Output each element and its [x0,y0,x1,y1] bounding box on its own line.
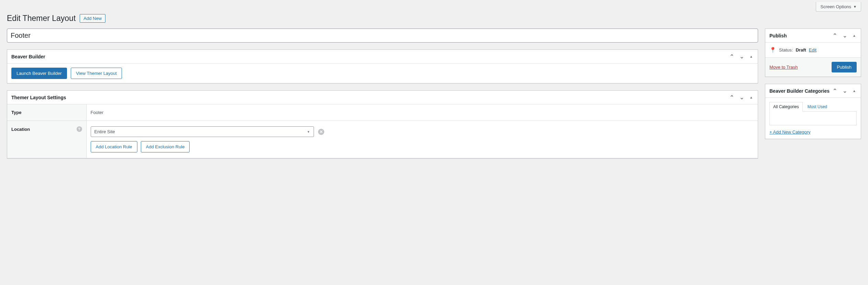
type-label: Type [7,104,86,121]
beaver-builder-categories-box: Beaver Builder Categories ⌃ ⌄ ▲ All Cate… [765,84,861,139]
add-location-rule-button[interactable]: Add Location Rule [91,141,137,152]
postbox-header: Themer Layout Settings ⌃ ⌄ ▲ [7,91,758,104]
location-select-value: Entire Site [94,129,115,134]
toggle-button[interactable]: ▲ [749,95,754,100]
edit-status-link[interactable]: Edit [809,47,816,53]
chevron-down-icon: ⌄ [740,94,744,101]
table-row: Location ? Entire Site ✕ [7,121,758,158]
postbox-header: Beaver Builder Categories ⌃ ⌄ ▲ [765,84,861,98]
move-down-button[interactable]: ⌄ [842,32,848,39]
chevron-up-icon: ⌃ [833,88,837,94]
chevron-down-icon: ▼ [853,5,857,9]
chevron-up-icon: ⌃ [833,32,837,39]
postbox-title: Themer Layout Settings [11,95,66,100]
status-label: Status: [779,47,793,53]
postbox-title: Publish [769,33,787,38]
status-value: Draft [796,47,806,53]
add-exclusion-rule-button[interactable]: Add Exclusion Rule [141,141,190,152]
triangle-up-icon: ▲ [853,34,856,37]
remove-rule-icon[interactable]: ✕ [318,129,324,135]
move-up-button[interactable]: ⌃ [832,87,838,95]
move-down-button[interactable]: ⌄ [739,53,745,60]
move-down-button[interactable]: ⌄ [739,93,745,101]
tab-panel [769,112,857,125]
chevron-up-icon: ⌃ [730,53,734,60]
screen-options-button[interactable]: Screen Options ▼ [816,2,861,12]
move-up-button[interactable]: ⌃ [832,32,838,39]
move-up-button[interactable]: ⌃ [729,93,735,101]
postbox-header: Beaver Builder ⌃ ⌄ ▲ [7,50,758,64]
tab-all-categories[interactable]: All Categories [769,102,803,112]
toggle-button[interactable]: ▲ [852,88,857,93]
triangle-up-icon: ▲ [749,95,753,99]
add-new-category-link[interactable]: + Add New Category [769,129,811,135]
toggle-button[interactable]: ▲ [852,33,857,38]
tab-most-used[interactable]: Most Used [804,102,831,112]
location-label: Location [11,127,30,132]
view-themer-layout-button[interactable]: View Themer Layout [71,68,122,79]
chevron-up-icon: ⌃ [730,94,734,101]
postbox-header: Publish ⌃ ⌄ ▲ [765,29,861,43]
postbox-title: Beaver Builder [11,54,45,59]
pin-icon: 📍 [769,47,776,53]
add-new-button[interactable]: Add New [80,14,105,23]
triangle-up-icon: ▲ [853,89,856,93]
publish-box: Publish ⌃ ⌄ ▲ 📍 Status: Draft Edit Move … [765,28,861,77]
publish-button[interactable]: Publish [832,62,857,72]
chevron-down-icon: ⌄ [843,88,847,94]
help-icon[interactable]: ? [77,126,82,132]
screen-options-label: Screen Options [820,4,851,9]
themer-layout-settings-box: Themer Layout Settings ⌃ ⌄ ▲ Type Footer [7,90,758,159]
table-row: Type Footer [7,104,758,121]
title-input[interactable] [7,28,758,43]
launch-beaver-builder-button[interactable]: Launch Beaver Builder [11,68,67,79]
beaver-builder-box: Beaver Builder ⌃ ⌄ ▲ Launch Beaver Build… [7,49,758,83]
postbox-title: Beaver Builder Categories [769,88,830,94]
move-up-button[interactable]: ⌃ [729,53,735,60]
move-down-button[interactable]: ⌄ [842,87,848,95]
chevron-down-icon: ⌄ [843,32,847,39]
location-select[interactable]: Entire Site [91,126,314,137]
triangle-up-icon: ▲ [749,55,753,58]
chevron-down-icon: ⌄ [740,53,744,60]
move-to-trash-link[interactable]: Move to Trash [769,65,798,70]
toggle-button[interactable]: ▲ [749,54,754,59]
type-value: Footer [86,104,758,121]
page-title: Edit Themer Layout [7,14,76,23]
